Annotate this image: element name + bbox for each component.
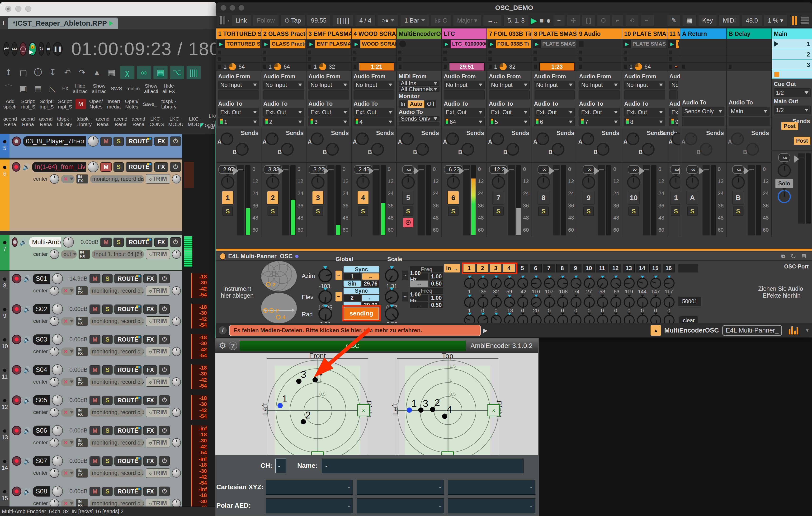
output-type-select[interactable]: Sends Only bbox=[399, 116, 439, 121]
send-b-knob[interactable]: B bbox=[371, 143, 384, 156]
volume-knob[interactable] bbox=[52, 273, 63, 284]
azim-rate-value[interactable]: 29.76 bbox=[362, 280, 379, 287]
fx-bypass-button[interactable]: ⏻ bbox=[159, 274, 170, 283]
volume-knob[interactable] bbox=[52, 425, 63, 436]
clip-play-icon[interactable]: ▶ bbox=[668, 40, 676, 48]
input-channel-box[interactable] bbox=[489, 90, 530, 99]
speaker-icon[interactable]: 🔊 bbox=[23, 397, 31, 404]
output-type-select[interactable]: Ext. Out bbox=[263, 108, 304, 117]
panner-plot-front[interactable]: 0.511.51234 Front Back Left Right x Y bbox=[267, 358, 368, 462]
fx-button[interactable]: FX bbox=[143, 365, 157, 374]
clip-play-icon[interactable]: ▶ bbox=[217, 40, 225, 48]
trim-button[interactable]: ⌔TRIM bbox=[146, 249, 170, 259]
clip-slot[interactable]: ▶EMF PLASMA B bbox=[307, 39, 351, 49]
record-button[interactable]: ● bbox=[546, 16, 551, 25]
track-number[interactable]: 7 bbox=[3, 246, 6, 252]
pan-knob[interactable] bbox=[402, 176, 415, 189]
fx-bypass-button[interactable]: ⏻ bbox=[159, 456, 170, 466]
track-number[interactable]: 11 bbox=[2, 373, 8, 380]
info-icon[interactable]: i bbox=[219, 326, 227, 334]
track-name[interactable]: S01 bbox=[33, 274, 50, 284]
ch5-row2-knob[interactable] bbox=[517, 297, 528, 308]
chevron-down-icon[interactable]: ▼ bbox=[805, 328, 810, 333]
send-a-knob[interactable]: A bbox=[581, 132, 594, 145]
tool-row3-7[interactable]: Open/ Notes bbox=[124, 98, 139, 110]
output-type-select[interactable]: Ext. Out bbox=[489, 108, 530, 117]
solo-button[interactable]: S bbox=[733, 207, 744, 216]
ch16-row2-knob[interactable] bbox=[664, 297, 674, 308]
input-channel-select[interactable]: All Channels bbox=[399, 87, 439, 92]
ch15-row2-knob[interactable] bbox=[650, 297, 661, 308]
elev-dir2-button[interactable]: → bbox=[410, 302, 428, 308]
rad-scale-knob[interactable] bbox=[385, 307, 399, 321]
azim-amt-value[interactable]: 1.00 bbox=[430, 273, 443, 280]
output-type-select[interactable]: Ext. Out bbox=[353, 108, 394, 117]
solo-button[interactable]: S bbox=[102, 456, 113, 466]
send-b-knob[interactable]: B bbox=[281, 143, 294, 156]
x-axis-box[interactable]: x bbox=[488, 404, 500, 416]
send-a-knob[interactable]: A bbox=[266, 132, 279, 145]
trim-button[interactable]: ⌔TRIM bbox=[146, 468, 170, 478]
ch8-row2-knob[interactable] bbox=[557, 297, 568, 308]
instrument-drop-zone[interactable]: Instrument hier ablegen bbox=[216, 261, 258, 323]
volume-fader[interactable] bbox=[418, 165, 425, 236]
tool-row3-6[interactable]: Insert media bbox=[106, 98, 121, 110]
monitor-pill[interactable]: Input 1..Input 64 [64 c bbox=[92, 250, 144, 259]
output-channel-box[interactable] bbox=[399, 122, 439, 126]
track-number[interactable]: 13 bbox=[2, 434, 8, 441]
cartesian-field-1[interactable]: - bbox=[357, 480, 444, 495]
fx-button[interactable]: FX bbox=[143, 335, 157, 344]
name-field[interactable]: - bbox=[322, 459, 524, 473]
azim-depth-value[interactable]: 0.50 bbox=[430, 280, 443, 287]
record-arm-button[interactable] bbox=[12, 487, 21, 496]
track-number[interactable]: 10 bbox=[2, 343, 8, 350]
stop-button[interactable]: ■ bbox=[540, 17, 544, 25]
ch13-row1-knob[interactable] bbox=[624, 278, 635, 289]
redo-icon[interactable]: ↷ bbox=[76, 66, 88, 79]
solo-button[interactable]: S bbox=[102, 487, 113, 496]
volume-fader[interactable] bbox=[748, 165, 755, 236]
output-type-select[interactable]: Ext. Out bbox=[444, 108, 485, 117]
record-arm-button[interactable] bbox=[12, 365, 21, 374]
clip-slot[interactable]: ▶PLATE SMASH 2 bbox=[622, 39, 667, 49]
speaker-icon[interactable]: 🔊 bbox=[23, 488, 31, 495]
mute-button[interactable]: M bbox=[89, 426, 101, 435]
solo-button[interactable]: S bbox=[583, 207, 594, 216]
monitor-pill[interactable]: monitoring, record c..1 bbox=[89, 287, 144, 295]
polar-field-2[interactable]: - bbox=[448, 498, 535, 513]
follow-button[interactable]: Follow bbox=[253, 15, 279, 26]
monitor-pill[interactable]: monitoring, record c..6 bbox=[89, 438, 144, 447]
solo-button[interactable]: S bbox=[448, 207, 459, 216]
input-channel-box[interactable] bbox=[534, 90, 575, 99]
knife-icon[interactable]: ◺ bbox=[47, 82, 59, 95]
tool-row3-1[interactable]: Script: mpl_S bbox=[20, 98, 36, 110]
fx-bypass-button[interactable]: ⏻ bbox=[170, 162, 181, 172]
pan-knob[interactable] bbox=[311, 176, 324, 189]
record-mode-pill[interactable]: out bbox=[61, 250, 77, 259]
solo-button[interactable]: S bbox=[358, 207, 368, 216]
render-icon[interactable]: ↧ bbox=[47, 66, 59, 79]
route-button[interactable]: ROUTE bbox=[125, 162, 153, 172]
volume-knob[interactable] bbox=[52, 304, 63, 314]
send-b-knob[interactable]: B bbox=[416, 143, 429, 156]
output-channel-select[interactable]: 64 bbox=[444, 118, 485, 126]
osc-mode-select[interactable] bbox=[678, 264, 698, 272]
fx-bypass-button[interactable]: ⏻ bbox=[159, 365, 170, 374]
selected-device-name[interactable]: E4L Multi-Panner_ bbox=[722, 325, 782, 336]
ch1-row1-knob[interactable] bbox=[464, 278, 475, 289]
send-a-knob[interactable]: A bbox=[627, 132, 639, 145]
volume-fader[interactable] bbox=[798, 153, 805, 223]
mute-button[interactable]: M bbox=[89, 365, 101, 374]
ch10-row1-knob[interactable] bbox=[584, 278, 595, 289]
track-header[interactable]: LTC bbox=[442, 29, 487, 39]
output-channel-select[interactable]: 4 bbox=[353, 118, 394, 126]
polar-field-1[interactable]: - bbox=[357, 498, 444, 513]
play-button[interactable]: ▶ bbox=[531, 16, 537, 25]
zoom-icon[interactable] bbox=[239, 5, 244, 11]
track-name[interactable]: S05 bbox=[33, 395, 50, 405]
volume-knob[interactable] bbox=[52, 455, 63, 466]
speaker-icon[interactable]: 🔊 bbox=[23, 305, 31, 313]
track-header[interactable]: 3 EMF PLASMA B bbox=[307, 29, 351, 39]
polar-field-0[interactable]: - bbox=[266, 498, 353, 513]
track-number[interactable]: 9 bbox=[3, 312, 6, 319]
